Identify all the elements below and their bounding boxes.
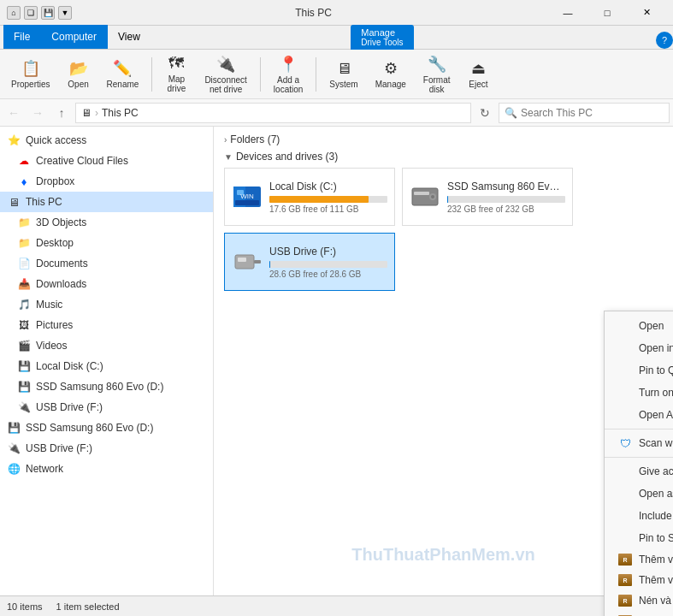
drive-local-c[interactable]: WIN Local Disk (C:) 17.6 GB free of 111 … xyxy=(224,168,395,226)
search-box[interactable]: 🔍 xyxy=(499,103,670,123)
sidebar-item-music[interactable]: 🎵 Music xyxy=(0,294,213,315)
cmd-rename-label: Rename xyxy=(107,80,139,89)
tab-view[interactable]: View xyxy=(108,25,151,49)
ctx-portable[interactable]: Open as Portable Device xyxy=(605,483,673,505)
cmd-rename[interactable]: ✏️ Rename xyxy=(99,53,147,96)
ctx-pin-quick-access[interactable]: Pin to Quick access xyxy=(605,359,673,382)
folders-section-header[interactable]: › Folders (7) xyxy=(224,133,663,145)
pictures-icon: 🖼 xyxy=(17,318,31,332)
ctx-compress-archive-email[interactable]: R Nén vào "Archive.rar" và email xyxy=(605,611,673,616)
search-input[interactable] xyxy=(521,107,664,119)
sidebar-item-creative-cloud[interactable]: ☁ Creative Cloud Files xyxy=(0,151,213,171)
cmd-properties[interactable]: 📋 Properties xyxy=(3,53,58,96)
sidebar-item-network[interactable]: 🌐 Network xyxy=(0,459,213,479)
tab-file[interactable]: File xyxy=(3,25,41,49)
cmd-eject-label: Eject xyxy=(469,80,487,89)
sidebar-item-downloads[interactable]: 📥 Downloads xyxy=(0,274,213,294)
drive-ssd-d-bar-bg xyxy=(447,196,565,203)
sidebar: ⭐ Quick access ☁ Creative Cloud Files ♦ … xyxy=(0,127,214,616)
sidebar-label-ssd-d: SSD Samsung 860 Evo (D:) xyxy=(36,381,163,393)
music-icon: 🎵 xyxy=(17,298,31,311)
ctx-open[interactable]: Open xyxy=(605,315,673,337)
cmd-add-location[interactable]: 📍 Add alocation xyxy=(266,53,310,96)
ctx-scan-defender[interactable]: 🛡 Scan with Windows Defender... xyxy=(605,432,673,454)
sidebar-item-this-pc[interactable]: 🖥 This PC xyxy=(0,192,213,212)
drive-usb-f[interactable]: USB Drive (F:) 28.6 GB free of 28.6 GB xyxy=(224,233,395,291)
content-area: › Folders (7) ▼ Devices and drives (3) W… xyxy=(214,127,673,616)
svg-rect-7 xyxy=(414,192,429,195)
usb-f-icon: 🔌 xyxy=(17,400,31,414)
ctx-give-access-label: Give access to xyxy=(639,465,673,477)
minimize-button[interactable]: — xyxy=(548,0,587,26)
sidebar-label-creative-cloud: Creative Cloud Files xyxy=(36,155,128,167)
this-pc-icon: 🖥 xyxy=(7,195,21,209)
ctx-compress-1[interactable]: R Thêm vào tập tin nén... xyxy=(605,549,673,570)
ctx-library-icon xyxy=(618,509,632,523)
ctx-compress-archive[interactable]: R Thêm vào "Archive.rar" xyxy=(605,570,673,590)
sidebar-label-pictures: Pictures xyxy=(36,319,73,331)
nav-forward[interactable]: → xyxy=(27,103,48,123)
ctx-open-icon xyxy=(618,319,632,333)
sidebar-item-pictures[interactable]: 🖼 Pictures xyxy=(0,315,213,335)
cmd-eject[interactable]: ⏏ Eject xyxy=(459,53,497,96)
cmd-add-network[interactable]: 🗺 Mapdrive xyxy=(157,53,195,96)
manage-tab[interactable]: Manage Drive Tools xyxy=(351,25,413,50)
ctx-autoplay[interactable]: Open AutoPlay... xyxy=(605,404,673,426)
ctx-compress-archive-label: Thêm vào "Archive.rar" xyxy=(639,574,673,586)
ctx-open-new-label: Open in new window xyxy=(639,342,673,354)
titlebar: ⌂ ❏ 💾 ▼ This PC — □ ✕ xyxy=(0,0,673,26)
nav-up[interactable]: ↑ xyxy=(51,103,72,123)
sidebar-item-desktop[interactable]: 📁 Desktop xyxy=(0,233,213,253)
cmd-properties-label: Properties xyxy=(11,80,50,89)
ctx-autoplay-icon xyxy=(618,408,632,422)
downloads-icon: 📥 xyxy=(17,277,31,291)
cmd-manage[interactable]: ⚙ Manage xyxy=(368,53,414,96)
tab-computer[interactable]: Computer xyxy=(41,25,108,49)
sidebar-label-usb-f: USB Drive (F:) xyxy=(36,401,103,413)
nav-back[interactable]: ← xyxy=(3,103,24,123)
drive-ssd-d[interactable]: SSD Samsung 860 Evo (D:) 232 GB free of … xyxy=(402,168,573,226)
ctx-autoplay-label: Open AutoPlay... xyxy=(639,409,673,421)
ctx-pin-start[interactable]: Pin to Start xyxy=(605,527,673,549)
sidebar-item-videos[interactable]: 🎬 Videos xyxy=(0,335,213,356)
cmd-settings[interactable]: 🔧 Formatdisk xyxy=(416,53,458,96)
drive-usb-f-name: USB Drive (F:) xyxy=(269,246,387,258)
address-path[interactable]: 🖥 › This PC xyxy=(75,103,471,123)
close-button[interactable]: ✕ xyxy=(627,0,666,26)
ctx-open-new-window[interactable]: Open in new window xyxy=(605,337,673,359)
videos-icon: 🎬 xyxy=(17,339,31,352)
svg-rect-12 xyxy=(254,260,261,264)
path-label: This PC xyxy=(102,107,139,119)
devices-section-header[interactable]: ▼ Devices and drives (3) xyxy=(224,151,663,163)
3d-objects-icon: 📁 xyxy=(17,216,31,229)
manage-label: Manage xyxy=(361,27,403,38)
cmd-settings-label: Formatdisk xyxy=(423,75,451,94)
ribbon-separator-1 xyxy=(151,57,152,92)
ctx-compress-email[interactable]: R Nén và email... xyxy=(605,590,673,611)
sidebar-item-dropbox[interactable]: ♦ Dropbox xyxy=(0,171,213,192)
sidebar-item-documents[interactable]: 📄 Documents xyxy=(0,253,213,274)
help-button[interactable]: ? xyxy=(656,32,673,49)
cmd-disconnect[interactable]: 🔌 Disconnectnet drive xyxy=(197,53,254,96)
cmd-system[interactable]: 🖥 System xyxy=(322,53,365,96)
ctx-bitlocker-icon xyxy=(618,386,632,400)
sidebar-item-usb-f[interactable]: 🔌 USB Drive (F:) xyxy=(0,397,213,418)
ctx-compress-1-label: Thêm vào tập tin nén... xyxy=(639,554,673,566)
cmd-open[interactable]: 📂 Open xyxy=(60,53,97,96)
sidebar-item-ssd-d2[interactable]: 💾 SSD Samsung 860 Evo (D:) xyxy=(0,418,213,438)
tb-icon-3: 💾 xyxy=(41,6,55,20)
cmd-add-location-label: Add alocation xyxy=(274,75,303,94)
maximize-button[interactable]: □ xyxy=(587,0,627,26)
ctx-give-access[interactable]: Give access to › xyxy=(605,460,673,483)
sidebar-item-quick-access[interactable]: ⭐ Quick access xyxy=(0,130,213,151)
sidebar-item-ssd-d[interactable]: 💾 SSD Samsung 860 Evo (D:) xyxy=(0,376,213,397)
sidebar-item-3d-objects[interactable]: 📁 3D Objects xyxy=(0,212,213,233)
usb-f2-icon: 🔌 xyxy=(7,441,21,455)
sidebar-item-local-c[interactable]: 💾 Local Disk (C:) xyxy=(0,356,213,376)
ctx-include-library[interactable]: Include in library › xyxy=(605,505,673,527)
system-icon: 🖥 xyxy=(336,60,351,78)
refresh-button[interactable]: ↻ xyxy=(475,103,495,123)
sidebar-item-usb-f2[interactable]: 🔌 USB Drive (F:) xyxy=(0,438,213,459)
ctx-bitlocker[interactable]: Turn on BitLocker xyxy=(605,382,673,404)
documents-icon: 📄 xyxy=(17,257,31,270)
